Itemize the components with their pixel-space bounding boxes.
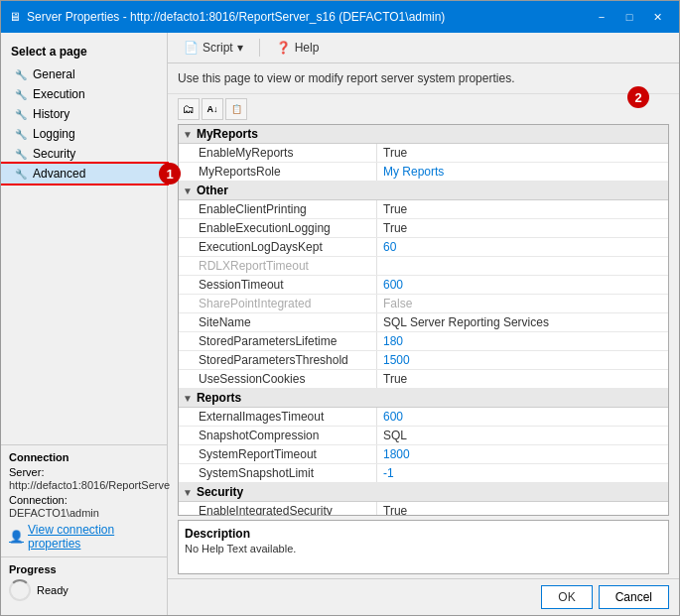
prop-row-storedparametersthreshold: StoredParametersThreshold 1500 xyxy=(179,351,668,370)
prop-row-enableintegratedsecurity: EnableIntegratedSecurity True xyxy=(179,502,668,516)
prop-row-storedparameterslifetime: StoredParametersLifetime 180 xyxy=(179,332,668,351)
collapse-icon-reports: ▼ xyxy=(183,393,193,404)
description-panel: Description No Help Text available. xyxy=(178,520,669,574)
server-label: Server: xyxy=(9,466,159,478)
title-bar-icon: 🖥 xyxy=(9,10,21,24)
progress-spinner xyxy=(9,579,31,601)
description-title: Description xyxy=(185,527,662,541)
title-bar-content: 🖥 Server Properties - http://defacto1:80… xyxy=(9,10,445,24)
ok-button[interactable]: OK xyxy=(541,585,592,609)
connection-section: Connection Server: http://defacto1:8016/… xyxy=(1,444,167,556)
category-myreports[interactable]: ▼ MyReports xyxy=(179,125,668,144)
category-other[interactable]: ▼ Other xyxy=(179,182,668,200)
badge-1: 1 xyxy=(159,163,181,185)
properties-button[interactable]: 📋 xyxy=(225,98,247,120)
connection-value: DEFACTO1\admin xyxy=(9,507,159,519)
collapse-icon-myreports: ▼ xyxy=(183,129,193,140)
progress-content: Ready xyxy=(9,579,159,601)
az-icon: A↓ xyxy=(207,104,218,114)
prop-row-rdlxreporttimeout: RDLXReportTimeout xyxy=(179,257,668,276)
wrench-icon-3: 🔧 xyxy=(15,109,27,120)
prop-row-systemreporttimeout: SystemReportTimeout 1800 xyxy=(179,445,668,464)
prop-row-usesessioncookies: UseSessionCookies True xyxy=(179,370,668,389)
prop-row-snapshotcompression: SnapshotCompression SQL xyxy=(179,427,668,445)
sidebar-item-history[interactable]: 🔧 History xyxy=(1,104,167,124)
description-text: No Help Text available. xyxy=(185,543,662,554)
view-connection-properties-link[interactable]: 👤 View connection properties xyxy=(9,523,159,551)
category-security[interactable]: ▼ Security xyxy=(179,483,668,502)
maximize-button[interactable]: □ xyxy=(615,7,643,27)
sort-alphabetical-button[interactable]: A↓ xyxy=(202,98,223,120)
page-description: Use this page to view or modify report s… xyxy=(168,63,679,94)
main-panel: 📄 Script ▾ ❓ Help Use this page to view … xyxy=(168,33,679,615)
category-reports[interactable]: ▼ Reports xyxy=(179,389,668,408)
sidebar-section-title: Select a page xyxy=(1,41,167,64)
sidebar-item-security[interactable]: 🔧 Security xyxy=(1,144,167,164)
main-window: 🖥 Server Properties - http://defacto1:80… xyxy=(0,0,680,616)
script-icon: 📄 xyxy=(184,41,199,55)
prop-row-sharepointintegrated: SharePointIntegrated False xyxy=(179,295,668,313)
footer: OK Cancel xyxy=(168,578,679,615)
collapse-icon-other: ▼ xyxy=(183,185,193,196)
title-bar-controls: − □ ✕ xyxy=(588,7,671,27)
window-title: Server Properties - http://defacto1:8016… xyxy=(27,10,445,24)
minimize-button[interactable]: − xyxy=(588,7,615,27)
sidebar-item-execution[interactable]: 🔧 Execution xyxy=(1,84,167,104)
wrench-icon-2: 🔧 xyxy=(15,89,27,100)
property-toolbar: 🗂 A↓ 📋 2 xyxy=(168,94,679,124)
progress-title: Progress xyxy=(9,563,159,575)
close-button[interactable]: ✕ xyxy=(643,7,671,27)
prop-row-externalimagestimeout: ExternalImagesTimeout 600 xyxy=(179,408,668,427)
prop-row-enableclientprinting: EnableClientPrinting True xyxy=(179,200,668,219)
connection-label: Connection: xyxy=(9,494,159,506)
wrench-icon-4: 🔧 xyxy=(15,129,27,140)
prop-row-enableexecutionlogging: EnableExecutionLogging True xyxy=(179,219,668,238)
content-area: Select a page 🔧 General 🔧 Execution 🔧 Hi… xyxy=(1,33,679,615)
wrench-icon: 🔧 xyxy=(15,69,27,80)
server-value: http://defacto1:8016/ReportServe xyxy=(9,479,159,491)
sidebar-item-general[interactable]: 🔧 General xyxy=(1,64,167,84)
props-icon: 📋 xyxy=(231,104,242,114)
prop-row-myreportsrole: MyReportsRole My Reports xyxy=(179,163,668,182)
prop-row-systemsnapshotlimit: SystemSnapshotLimit -1 xyxy=(179,464,668,483)
help-button[interactable]: ❓ Help xyxy=(270,39,326,57)
sidebar-item-advanced[interactable]: 🔧 Advanced 1 xyxy=(1,164,167,184)
badge-2: 2 xyxy=(627,86,649,108)
sidebar-item-logging[interactable]: 🔧 Logging xyxy=(1,124,167,144)
progress-section: Progress Ready xyxy=(1,556,167,607)
prop-row-executionlogdayskept: ExecutionLogDaysKept 60 xyxy=(179,238,668,257)
prop-row-enablemyreports: EnableMyReports True xyxy=(179,144,668,163)
toolbar-separator xyxy=(259,39,260,57)
wrench-icon-5: 🔧 xyxy=(15,149,27,160)
help-icon: ❓ xyxy=(276,41,291,55)
prop-row-sitename: SiteName SQL Server Reporting Services xyxy=(179,313,668,332)
connection-title: Connection xyxy=(9,451,159,463)
prop-row-sessiontimeout: SessionTimeout 600 xyxy=(179,276,668,295)
person-icon: 👤 xyxy=(9,530,24,544)
sidebar: Select a page 🔧 General 🔧 Execution 🔧 Hi… xyxy=(1,33,168,615)
sort-categories-button[interactable]: 🗂 xyxy=(178,98,200,120)
progress-status: Ready xyxy=(37,584,68,596)
categories-icon: 🗂 xyxy=(183,102,195,116)
script-button[interactable]: 📄 Script ▾ xyxy=(178,39,249,57)
cancel-button[interactable]: Cancel xyxy=(599,585,669,609)
collapse-icon-security: ▼ xyxy=(183,487,193,498)
title-bar: 🖥 Server Properties - http://defacto1:80… xyxy=(1,1,679,33)
toolbar: 📄 Script ▾ ❓ Help xyxy=(168,33,679,63)
property-grid: ▼ MyReports EnableMyReports True MyRepor… xyxy=(178,124,669,516)
wrench-icon-6: 🔧 xyxy=(15,169,27,180)
